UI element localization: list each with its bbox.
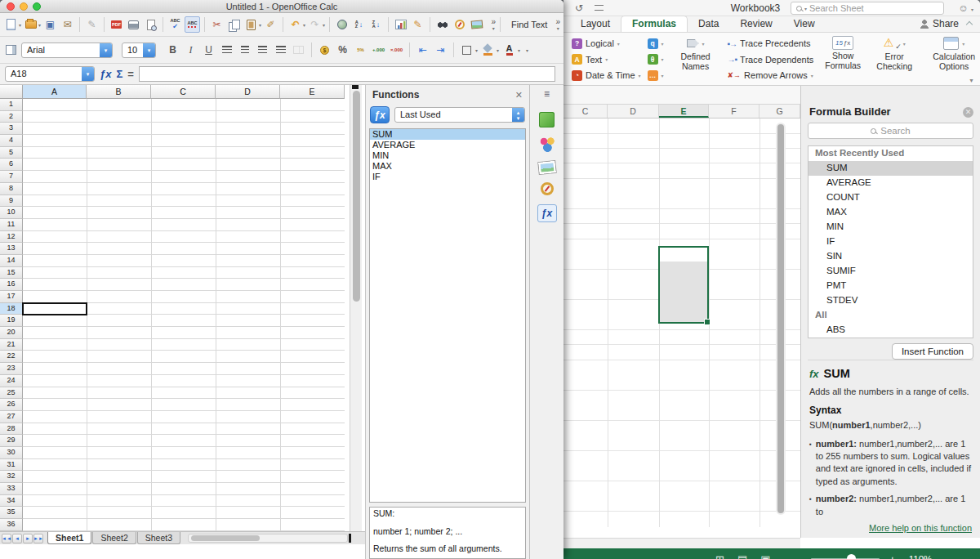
edit-file-button[interactable]: ✎ bbox=[84, 16, 100, 33]
toolbar-overflow-button[interactable]: »▾ bbox=[491, 18, 496, 31]
insert-chart-button[interactable] bbox=[393, 16, 408, 33]
oo-horizontal-scrollbar[interactable] bbox=[188, 534, 348, 543]
fb-function-item-pmt[interactable]: PMT bbox=[808, 279, 973, 293]
toolbar-options-icon[interactable] bbox=[595, 5, 604, 11]
redo-button[interactable]: ↷ bbox=[307, 16, 323, 33]
xl-column-header-g[interactable]: G bbox=[760, 105, 800, 118]
trace-precedents-button[interactable]: ▪→ Trace Precedents bbox=[728, 36, 814, 51]
lookup-reference-button[interactable]: q▾ bbox=[648, 36, 664, 51]
oo-column-header-d[interactable]: D bbox=[216, 85, 280, 99]
date-time-button[interactable]: ◔ Date & Time▾ bbox=[572, 68, 641, 83]
fb-function-item-sumif[interactable]: SUMIF bbox=[808, 264, 973, 279]
align-left-button[interactable] bbox=[219, 42, 234, 58]
align-center-button[interactable] bbox=[237, 42, 252, 58]
ribbon-tab-formulas[interactable]: Formulas bbox=[621, 16, 688, 32]
oo-row-header-35[interactable]: 35 bbox=[0, 507, 23, 519]
oo-vertical-scrollbar[interactable] bbox=[350, 85, 362, 531]
name-box[interactable]: A18▾ bbox=[5, 66, 95, 82]
remove-arrows-button[interactable]: ✘→ Remove Arrows▾ bbox=[728, 68, 814, 83]
oo-row-header-32[interactable]: 32 bbox=[0, 471, 23, 483]
new-document-button[interactable] bbox=[3, 16, 19, 33]
open-file-button[interactable] bbox=[23, 16, 38, 33]
oo-row-header-1[interactable]: 1 bbox=[0, 99, 23, 111]
feedback-smiley-icon[interactable]: ☺ ▾ bbox=[958, 2, 973, 14]
more-functions-button[interactable]: …▾ bbox=[648, 68, 664, 83]
ribbon-overflow-icon[interactable]: ▼ bbox=[969, 78, 974, 83]
oo-row-header-14[interactable]: 14 bbox=[0, 255, 23, 267]
sheet-tab-sheet3[interactable]: Sheet3 bbox=[137, 532, 180, 544]
xl-column-header-d[interactable]: D bbox=[608, 105, 659, 118]
bold-button[interactable]: B bbox=[165, 42, 180, 58]
justify-button[interactable] bbox=[273, 42, 288, 58]
oo-row-header-15[interactable]: 15 bbox=[0, 267, 23, 280]
zoom-window-button[interactable] bbox=[33, 2, 41, 11]
sidebar-navigator-icon[interactable] bbox=[541, 182, 554, 195]
ribbon-tab-view[interactable]: View bbox=[783, 16, 826, 32]
sum-icon[interactable]: Σ bbox=[116, 68, 122, 80]
format-paintbrush-button[interactable]: ✐ bbox=[263, 16, 278, 33]
print-button[interactable] bbox=[126, 16, 141, 33]
fb-function-item-min[interactable]: MIN bbox=[808, 220, 973, 235]
fb-function-item-max[interactable]: MAX bbox=[808, 205, 973, 220]
fb-function-item-average[interactable]: AVERAGE bbox=[808, 176, 973, 190]
italic-button[interactable]: I bbox=[183, 42, 198, 58]
oo-row-header-17[interactable]: 17 bbox=[0, 291, 23, 303]
oo-row-header-8[interactable]: 8 bbox=[0, 183, 23, 195]
show-formulas-button[interactable]: 15ƒx Show Formulas bbox=[817, 35, 869, 83]
oo-row-header-13[interactable]: 13 bbox=[0, 243, 23, 255]
find-replace-button[interactable] bbox=[434, 16, 450, 33]
oo-row-header-19[interactable]: 19 bbox=[0, 315, 23, 327]
oo-row-header-11[interactable]: 11 bbox=[0, 219, 23, 231]
oo-row-header-16[interactable]: 16 bbox=[0, 279, 23, 291]
oo-row-header-4[interactable]: 4 bbox=[0, 135, 23, 147]
email-document-button[interactable]: ✉ bbox=[60, 16, 75, 33]
navigator-button[interactable] bbox=[452, 16, 467, 33]
sidebar-styles-icon[interactable] bbox=[539, 136, 555, 153]
zoom-in-icon[interactable]: + bbox=[889, 553, 896, 559]
xl-column-header-c[interactable]: C bbox=[564, 105, 608, 118]
oo-row-header-5[interactable]: 5 bbox=[0, 147, 23, 159]
page-layout-view-icon[interactable]: ▤ bbox=[737, 553, 747, 559]
sort-ascending-button[interactable]: AZ↓ bbox=[351, 16, 367, 33]
selected-range[interactable] bbox=[658, 246, 709, 324]
oo-column-header-b[interactable]: B bbox=[87, 85, 151, 99]
formula-search-input[interactable]: Search bbox=[808, 123, 973, 139]
excel-vertical-scrollbar[interactable] bbox=[776, 123, 786, 515]
sidebar-settings-icon[interactable]: ≡ bbox=[544, 89, 550, 99]
oo-row-header-33[interactable]: 33 bbox=[0, 483, 23, 495]
oo-row-header-36[interactable]: 36 bbox=[0, 519, 23, 531]
fb-function-item-sin[interactable]: SIN bbox=[808, 249, 973, 264]
first-sheet-button[interactable]: ◄◄ bbox=[2, 534, 11, 543]
spellcheck-button[interactable]: ABC✔ bbox=[167, 16, 183, 33]
oo-row-header-24[interactable]: 24 bbox=[0, 375, 23, 387]
xl-column-header-f[interactable]: F bbox=[709, 105, 760, 118]
function-item-sum[interactable]: SUM bbox=[370, 129, 525, 140]
close-icon[interactable]: ✕ bbox=[515, 90, 523, 101]
sheet-tab-sheet2[interactable]: Sheet2 bbox=[92, 532, 136, 544]
share-button[interactable]: Share bbox=[920, 18, 959, 29]
excel-zoom-level[interactable]: 110% bbox=[909, 554, 933, 559]
oo-row-header-25[interactable]: 25 bbox=[0, 387, 23, 400]
zoom-out-icon[interactable]: − bbox=[795, 553, 802, 559]
gallery-button[interactable] bbox=[469, 16, 484, 33]
font-size-combo[interactable]: 10▾ bbox=[122, 42, 156, 58]
normal-view-icon[interactable]: ⊞ bbox=[715, 553, 724, 559]
oo-row-header-28[interactable]: 28 bbox=[0, 423, 23, 436]
font-color-button[interactable]: A bbox=[501, 42, 517, 58]
paste-button[interactable] bbox=[243, 16, 259, 33]
oo-row-header-12[interactable]: 12 bbox=[0, 231, 23, 244]
oo-row-header-30[interactable]: 30 bbox=[0, 447, 23, 459]
insert-function-button[interactable]: Insert Function bbox=[892, 343, 973, 360]
previous-sheet-button[interactable]: ◄ bbox=[12, 534, 22, 543]
chevron-down-icon[interactable]: ▾ bbox=[143, 43, 155, 57]
trace-dependents-button[interactable]: →▪ Trace Dependents bbox=[728, 52, 814, 67]
more-help-link[interactable]: More help on this function bbox=[809, 523, 972, 533]
text-button[interactable]: A Text▾ bbox=[572, 52, 641, 67]
font-name-combo[interactable]: Arial▾ bbox=[21, 42, 113, 58]
function-category-combo[interactable]: Last Used ▴▾ bbox=[394, 107, 525, 123]
find-toolbar-label[interactable]: Find Text bbox=[511, 20, 547, 29]
oo-row-header-22[interactable]: 22 bbox=[0, 351, 23, 363]
calculation-options-button[interactable]: ▾ Calculation Options bbox=[924, 35, 980, 83]
oo-row-header-2[interactable]: 2 bbox=[0, 111, 23, 123]
toolbar-overflow-icon[interactable]: ▾ bbox=[526, 47, 528, 53]
